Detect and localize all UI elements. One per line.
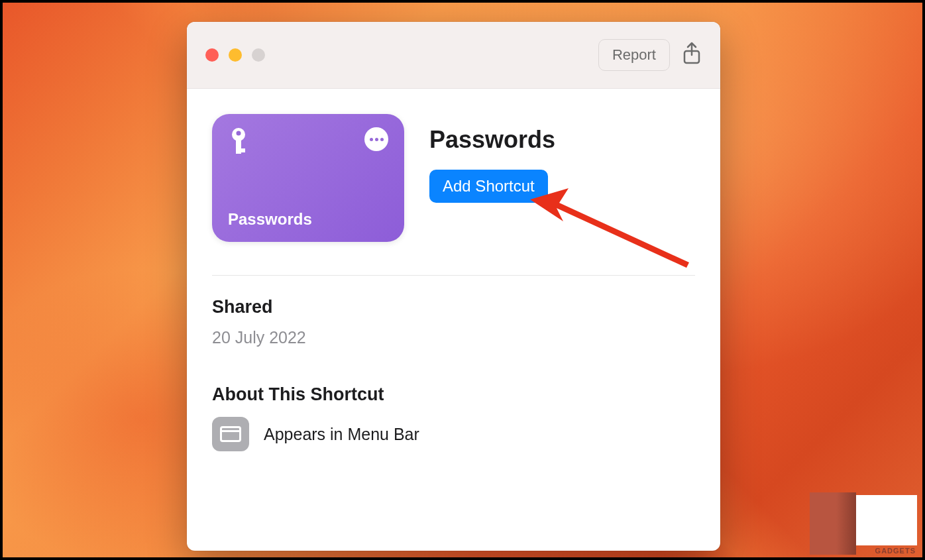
about-text: Appears in Menu Bar	[264, 425, 419, 444]
about-row: Appears in Menu Bar	[212, 417, 695, 451]
shortcut-card[interactable]: Passwords	[212, 114, 404, 242]
shortcut-info: Passwords Add Shortcut	[429, 114, 555, 203]
shortcut-hero: Passwords Passwords Add Shortcut	[212, 114, 695, 242]
window-minimize-button[interactable]	[229, 48, 242, 62]
menubar-icon	[212, 417, 249, 451]
card-title: Passwords	[228, 210, 388, 229]
shortcut-detail-window: Report	[187, 22, 720, 551]
card-header	[228, 127, 388, 159]
key-icon	[228, 127, 249, 159]
window-maximize-button[interactable]	[252, 48, 265, 62]
share-icon[interactable]	[682, 42, 702, 68]
add-shortcut-button[interactable]: Add Shortcut	[429, 170, 548, 203]
watermark-text: GADGETS	[875, 547, 916, 555]
more-icon[interactable]	[364, 127, 388, 151]
shared-date: 20 July 2022	[212, 328, 695, 347]
titlebar-actions: Report	[598, 39, 702, 71]
window-content: Passwords Passwords Add Shortcut Shared …	[187, 89, 720, 476]
shared-heading: Shared	[212, 297, 695, 317]
svg-rect-4	[236, 148, 245, 152]
window-close-button[interactable]	[205, 48, 219, 62]
window-titlebar: Report	[187, 22, 720, 89]
svg-point-2	[237, 131, 241, 136]
report-button[interactable]: Report	[598, 39, 670, 71]
about-heading: About This Shortcut	[212, 384, 695, 405]
divider	[212, 275, 695, 276]
traffic-lights	[205, 48, 265, 62]
shortcut-title: Passwords	[429, 126, 555, 154]
watermark: GADGETS	[810, 492, 917, 555]
